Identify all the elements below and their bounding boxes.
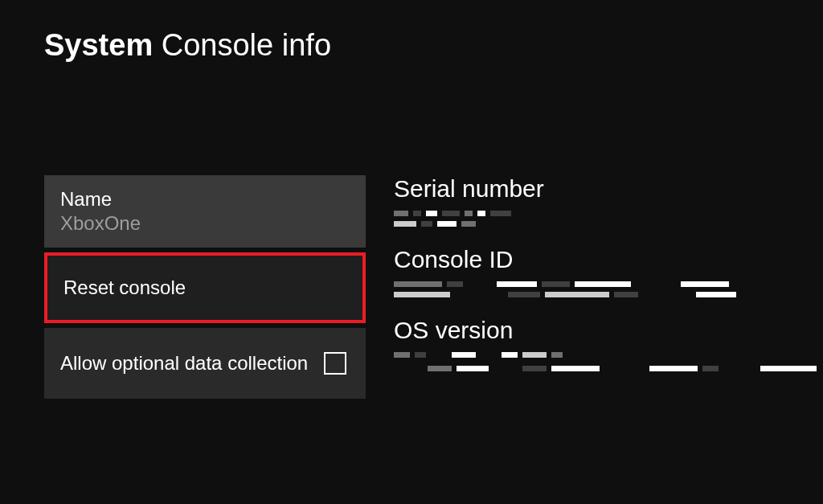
serial-number-section: Serial number <box>394 175 823 227</box>
serial-number-value-redacted <box>394 211 823 227</box>
os-version-value-redacted <box>394 352 823 371</box>
serial-number-label: Serial number <box>394 175 823 203</box>
info-panel: Serial number <box>394 175 823 399</box>
title-bold: System <box>44 28 153 62</box>
content-area: Name XboxOne Reset console Allow optiona… <box>0 63 823 399</box>
checkbox-icon <box>324 352 346 375</box>
page-title: System Console info <box>44 28 823 63</box>
name-card[interactable]: Name XboxOne <box>44 175 366 248</box>
title-regular: Console info <box>162 28 331 62</box>
console-id-value-redacted <box>394 281 823 297</box>
optional-data-toggle[interactable]: Allow optional data collection <box>44 328 366 399</box>
settings-list: Name XboxOne Reset console Allow optiona… <box>44 175 366 399</box>
reset-console-button[interactable]: Reset console <box>44 252 366 323</box>
reset-console-label: Reset console <box>63 277 346 299</box>
name-label: Name <box>60 188 350 211</box>
console-id-label: Console ID <box>394 246 823 273</box>
os-version-label: OS version <box>394 317 823 344</box>
page-header: System Console info <box>0 0 823 63</box>
console-id-section: Console ID <box>394 246 823 297</box>
optional-data-label: Allow optional data collection <box>60 350 308 375</box>
name-value: XboxOne <box>60 212 350 235</box>
os-version-section: OS version <box>394 317 823 371</box>
